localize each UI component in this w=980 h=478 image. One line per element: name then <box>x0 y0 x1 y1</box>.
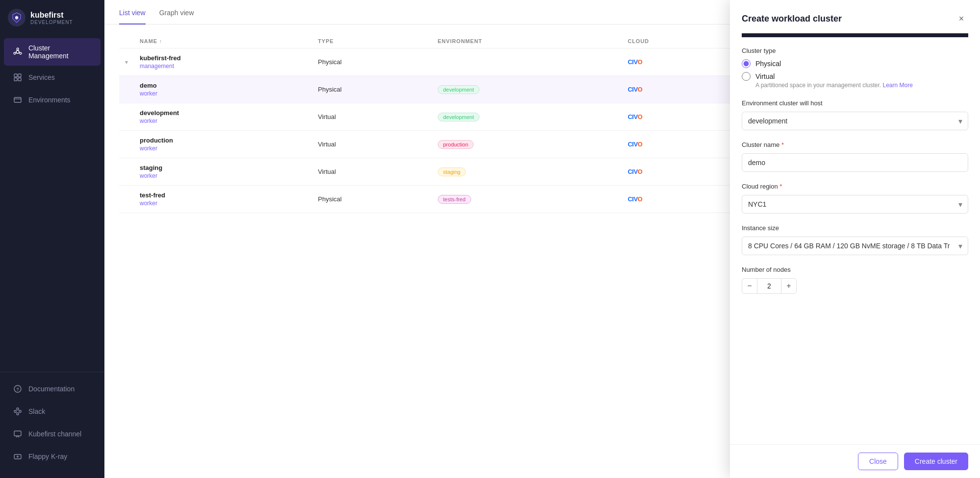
civo-logo: CIVO <box>628 195 642 203</box>
row-cloud-cell: CIVO <box>622 131 733 158</box>
svg-rect-18 <box>17 408 19 410</box>
cluster-sub-label[interactable]: worker <box>140 118 306 124</box>
svg-rect-9 <box>14 74 17 77</box>
sidebar: kubefirst DEVELOPMENT Cluster Management… <box>0 0 104 478</box>
panel-footer: Close Create cluster <box>730 444 980 478</box>
sidebar-item-label-slack: Slack <box>28 407 45 415</box>
cluster-sub-label[interactable]: worker <box>140 145 306 152</box>
logo: kubefirst DEVELOPMENT <box>0 0 104 32</box>
cluster-name: staging <box>140 164 306 171</box>
progress-bar <box>742 33 968 37</box>
row-chevron-cell <box>119 158 134 186</box>
env-select-wrapper: development production staging ▾ <box>742 112 968 130</box>
civo-logo: CIVO <box>628 58 642 66</box>
col-name: NAME ↑ <box>134 34 312 48</box>
sidebar-item-label-services: Services <box>28 73 55 81</box>
cluster-sub-label[interactable]: worker <box>140 200 306 207</box>
sidebar-item-flappy-kray[interactable]: Flappy K-ray <box>4 446 101 467</box>
svg-rect-11 <box>14 78 17 81</box>
row-cloud-cell: CIVO <box>622 103 733 131</box>
tab-graph-view[interactable]: Graph view <box>159 0 194 24</box>
sidebar-bottom: ? Documentation Slack Kubefirst channel … <box>0 372 104 478</box>
radio-virtual[interactable]: Virtual <box>742 72 968 81</box>
col-cloud: CLOUD <box>622 34 733 48</box>
sidebar-item-documentation[interactable]: ? Documentation <box>4 378 101 400</box>
svg-point-3 <box>17 48 19 50</box>
nodes-increment-button[interactable]: + <box>781 278 797 294</box>
civo-logo: CIVO <box>628 113 642 120</box>
cluster-name-label: Cluster name <box>742 141 968 148</box>
sidebar-item-label-environments: Environments <box>28 96 71 104</box>
row-type-cell: Virtual <box>312 131 432 158</box>
nodes-label: Number of nodes <box>742 266 968 273</box>
cluster-name: test-fred <box>140 191 306 199</box>
sidebar-item-environments[interactable]: Environments <box>4 89 101 111</box>
cluster-sub-label[interactable]: worker <box>140 90 306 97</box>
virtual-hint: A partitioned space in your management c… <box>755 82 968 89</box>
sidebar-item-label-channel: Kubefirst channel <box>28 430 81 438</box>
cluster-name-input[interactable] <box>742 153 968 172</box>
radio-physical[interactable]: Physical <box>742 59 968 68</box>
cluster-icon <box>13 47 23 57</box>
environment-badge: tests-fred <box>438 195 471 204</box>
civo-logo: CIVO <box>628 168 642 175</box>
svg-rect-12 <box>18 78 21 81</box>
environments-icon <box>13 95 23 105</box>
radio-virtual-label: Virtual <box>755 72 775 80</box>
cluster-sub-label[interactable]: worker <box>140 172 306 179</box>
panel-close-button[interactable]: × <box>955 12 968 25</box>
svg-rect-13 <box>14 97 21 102</box>
row-chevron-cell: ▾ <box>119 48 134 76</box>
row-cloud-cell: CIVO <box>622 76 733 103</box>
slack-icon <box>13 406 23 416</box>
cloud-region-select[interactable]: NYC1 LON1 FRA1 <box>742 195 968 214</box>
nav: Cluster Management Services Environments <box>0 32 104 367</box>
svg-line-7 <box>19 52 20 53</box>
sidebar-item-cluster-management[interactable]: Cluster Management <box>4 38 101 66</box>
environment-badge: production <box>438 140 474 149</box>
game-icon <box>13 452 23 461</box>
cloud-region-section: Cloud region NYC1 LON1 FRA1 ▾ <box>742 183 968 214</box>
nodes-decrement-button[interactable]: − <box>742 278 757 294</box>
sidebar-item-slack[interactable]: Slack <box>4 401 101 422</box>
row-name-cell: developmentworker <box>134 103 312 131</box>
sidebar-item-label-flappy: Flappy K-ray <box>28 453 67 460</box>
svg-point-1 <box>15 16 18 19</box>
row-cloud-cell: CIVO <box>622 48 733 76</box>
sidebar-item-services[interactable]: Services <box>4 67 101 88</box>
services-icon <box>13 72 23 82</box>
cluster-name: kubefirst-fred <box>140 54 306 62</box>
radio-physical-label: Physical <box>755 60 781 68</box>
row-chevron-cell <box>119 186 134 213</box>
instance-size-section: Instance size 8 CPU Cores / 64 GB RAM / … <box>742 224 968 255</box>
cluster-name-section: Cluster name <box>742 141 968 172</box>
instance-size-select[interactable]: 8 CPU Cores / 64 GB RAM / 120 GB NvME st… <box>742 237 968 255</box>
svg-text:?: ? <box>16 387 19 392</box>
chevron-icon[interactable]: ▾ <box>125 59 128 66</box>
sidebar-item-kubefirst-channel[interactable]: Kubefirst channel <box>4 423 101 445</box>
learn-more-link[interactable]: Learn More <box>883 82 913 89</box>
sidebar-item-label-cluster: Cluster Management <box>28 44 92 60</box>
row-type-cell: Virtual <box>312 158 432 186</box>
create-cluster-button[interactable]: Create cluster <box>904 453 968 470</box>
radio-virtual-input[interactable] <box>742 72 751 81</box>
panel-header: Create workload cluster × <box>730 0 980 33</box>
cloud-region-label: Cloud region <box>742 183 968 190</box>
cluster-name: production <box>140 137 306 144</box>
cluster-name: demo <box>140 82 306 89</box>
tab-list-view[interactable]: List view <box>119 0 146 24</box>
radio-physical-input[interactable] <box>742 59 751 68</box>
row-type-cell: Virtual <box>312 103 432 131</box>
close-button[interactable]: Close <box>858 453 898 470</box>
panel-title: Create workload cluster <box>742 14 842 24</box>
row-environment-cell: production <box>432 131 622 158</box>
instance-size-select-wrapper: 8 CPU Cores / 64 GB RAM / 120 GB NvME st… <box>742 237 968 255</box>
row-chevron-cell <box>119 103 134 131</box>
svg-point-2 <box>16 50 19 53</box>
row-environment-cell: staging <box>432 158 622 186</box>
row-name-cell: test-fredworker <box>134 186 312 213</box>
cluster-sub-label[interactable]: management <box>140 63 306 70</box>
env-select[interactable]: development production staging <box>742 112 968 130</box>
civo-logo: CIVO <box>628 141 642 148</box>
node-counter: − 2 + <box>742 278 968 294</box>
